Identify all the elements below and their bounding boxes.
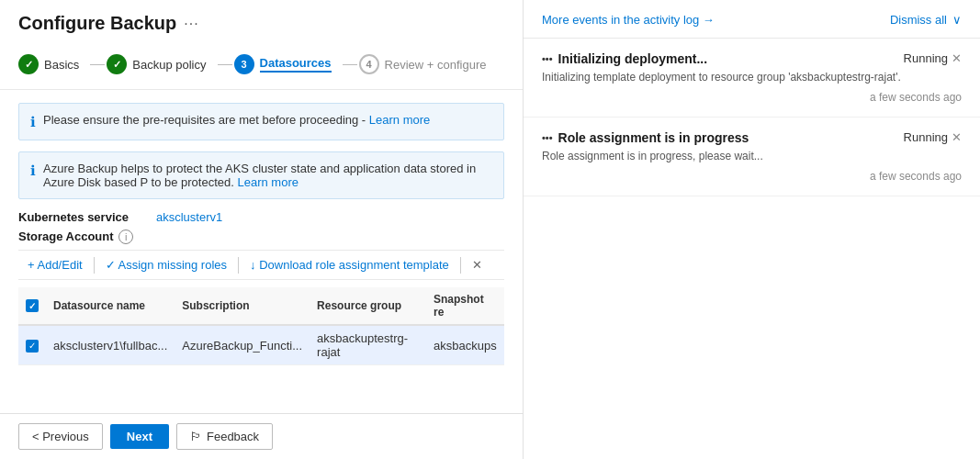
activity-item-0-header: ••• Initializing deployment... Running ✕	[542, 51, 962, 66]
download-template-button[interactable]: ↓ Download role assignment template	[241, 254, 458, 275]
header-checkbox-cell: ✓	[18, 287, 46, 325]
activity-item-0-status-label: Running	[904, 51, 948, 65]
table-header-row: ✓ Datasource name Subscription Resource …	[18, 287, 504, 325]
toolbar-sep-1	[94, 257, 95, 274]
activity-items: ••• Initializing deployment... Running ✕…	[524, 39, 980, 459]
learn-more-link-1[interactable]: Learn more	[369, 113, 430, 127]
kubernetes-label: Kubernetes service	[18, 210, 156, 224]
activity-item-1-status-label: Running	[904, 130, 948, 144]
chevron-down-icon: ∨	[952, 13, 962, 27]
step-backuppolicy-circle: ✓	[107, 54, 127, 74]
activity-item-0-desc: Initializing template deployment to reso…	[542, 70, 962, 85]
info-box-azure: ℹ Azure Backup helps to protect the AKS …	[18, 151, 504, 199]
activity-item-1-dots: •••	[542, 132, 553, 143]
toolbar-sep-3	[460, 257, 461, 274]
info-box-prereq: ℹ Please ensure the pre-requisites are m…	[18, 103, 504, 140]
activity-item-0: ••• Initializing deployment... Running ✕…	[524, 39, 980, 118]
step-basics-circle: ✓	[18, 54, 39, 74]
dismiss-all-label: Dismiss all	[890, 13, 947, 27]
select-all-checkbox[interactable]: ✓	[26, 299, 39, 312]
info-prereq-text: Please ensure the pre-requisites are met…	[43, 113, 430, 127]
storage-info-icon[interactable]: i	[118, 230, 133, 244]
step-backuppolicy-label: Backup policy	[132, 58, 206, 72]
toolbar-sep-2	[238, 257, 239, 274]
storage-label: Storage Account	[18, 230, 114, 243]
col-datasource-name: Datasource name	[46, 287, 175, 325]
activity-item-1: ••• Role assignment is in progress Runni…	[524, 118, 980, 196]
row-checkbox-cell: ✓	[18, 325, 46, 365]
cell-datasource-name: aksclusterv1\fullbac...	[46, 325, 175, 365]
close-toolbar-button[interactable]: ✕	[463, 254, 491, 275]
col-subscription: Subscription	[175, 287, 310, 325]
add-edit-button[interactable]: + Add/Edit	[18, 254, 92, 275]
datasource-table: ✓ Datasource name Subscription Resource …	[18, 287, 504, 365]
footer: < Previous Next 🏳 Feedback	[0, 413, 523, 459]
right-panel: More events in the activity log → Dismis…	[524, 0, 980, 459]
feedback-label: Feedback	[207, 430, 259, 443]
activity-item-0-title: Initializing deployment...	[558, 51, 708, 66]
step-datasources[interactable]: 3 Datasources	[234, 50, 341, 78]
activity-item-1-status: Running ✕	[904, 130, 962, 144]
step-sep-3	[343, 64, 357, 65]
step-review-circle: 4	[359, 54, 379, 74]
assign-roles-button[interactable]: ✓ Assign missing roles	[96, 254, 236, 275]
activity-item-1-header: ••• Role assignment is in progress Runni…	[542, 130, 962, 145]
feedback-icon: 🏳	[190, 430, 202, 443]
page-title: Configure Backup	[18, 13, 176, 34]
kubernetes-value[interactable]: aksclusterv1	[156, 210, 222, 224]
dismiss-all-button[interactable]: Dismiss all ∨	[890, 13, 962, 27]
feedback-button[interactable]: 🏳 Feedback	[176, 423, 273, 450]
activity-item-0-close[interactable]: ✕	[952, 51, 962, 65]
activity-item-0-dots: •••	[542, 53, 553, 64]
activity-item-0-time: a few seconds ago	[542, 91, 962, 104]
cell-resource-group: aksbackuptestrg-rajat	[310, 325, 426, 365]
step-basics-label: Basics	[44, 58, 79, 72]
activity-log-link[interactable]: More events in the activity log →	[542, 13, 715, 27]
next-button[interactable]: Next	[110, 424, 169, 449]
wizard-steps: ✓ Basics ✓ Backup policy 3 Datasources 4…	[0, 43, 523, 90]
step-review[interactable]: 4 Review + configure	[359, 50, 496, 78]
content-area: ℹ Please ensure the pre-requisites are m…	[0, 90, 523, 413]
activity-item-1-title-row: ••• Role assignment is in progress	[542, 130, 749, 145]
table-row[interactable]: ✓ aksclusterv1\fullbac... AzureBackup_Fu…	[18, 325, 504, 365]
datasource-toolbar: + Add/Edit ✓ Assign missing roles ↓ Down…	[18, 250, 504, 280]
step-basics[interactable]: ✓ Basics	[18, 50, 88, 78]
step-sep-2	[218, 64, 232, 65]
row-checkbox[interactable]: ✓	[26, 340, 39, 353]
step-sep-1	[90, 64, 105, 65]
activity-item-1-desc: Role assignment is in progress, please w…	[542, 149, 962, 164]
col-snapshot: Snapshot re	[426, 287, 504, 325]
cell-subscription: AzureBackup_Functi...	[175, 325, 310, 365]
activity-item-1-title: Role assignment is in progress	[558, 130, 749, 145]
step-datasources-circle: 3	[234, 54, 254, 74]
activity-item-0-status: Running ✕	[904, 51, 962, 65]
title-bar: Configure Backup ···	[0, 0, 523, 43]
step-review-label: Review + configure	[385, 58, 487, 72]
col-resource-group: Resource group	[310, 287, 426, 325]
storage-section: Storage Account i	[18, 230, 504, 244]
previous-button[interactable]: < Previous	[18, 423, 103, 450]
step-datasources-label: Datasources	[260, 56, 332, 73]
kubernetes-field-row: Kubernetes service aksclusterv1	[18, 210, 504, 224]
cell-snapshot: aksbackups	[426, 325, 504, 365]
info-icon-2: ℹ	[30, 162, 36, 179]
info-icon-1: ℹ	[30, 114, 36, 130]
activity-item-0-title-row: ••• Initializing deployment...	[542, 51, 707, 66]
ellipsis-button[interactable]: ···	[184, 16, 198, 32]
step-backuppolicy[interactable]: ✓ Backup policy	[107, 50, 215, 78]
activity-item-1-close[interactable]: ✕	[952, 130, 962, 144]
left-panel: Configure Backup ··· ✓ Basics ✓ Backup p…	[0, 0, 524, 459]
activity-item-1-time: a few seconds ago	[542, 170, 962, 183]
learn-more-link-2[interactable]: Learn more	[238, 175, 299, 189]
activity-header: More events in the activity log → Dismis…	[524, 0, 980, 39]
info-azure-text: Azure Backup helps to protect the AKS cl…	[43, 162, 492, 189]
